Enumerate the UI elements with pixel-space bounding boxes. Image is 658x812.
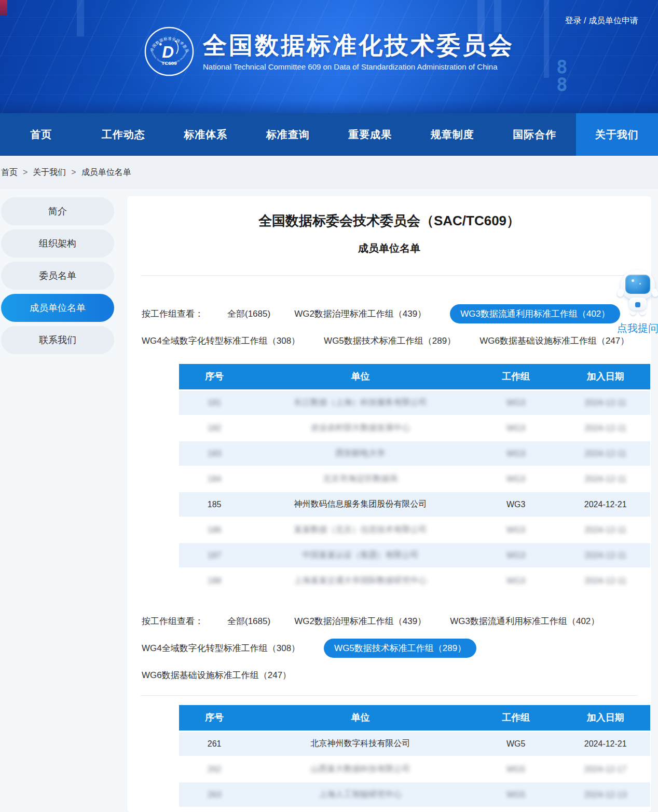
filter-item[interactable]: WG3数据流通利用标准工作组（402） <box>450 304 620 323</box>
filter-label: 按工作组查看： <box>142 308 203 320</box>
nav-item[interactable]: 标准查询 <box>247 113 330 156</box>
table-row: 185神州数码信息服务集团股份有限公司WG32024-12-21 <box>179 492 650 517</box>
cell-seq: 188 <box>179 568 250 593</box>
filter-item[interactable]: WG6数据基础设施标准工作组（247） <box>142 666 291 685</box>
svg-text:TC609: TC609 <box>161 60 177 66</box>
cell-date: 2024-12-11 <box>560 390 650 415</box>
cell-unit: 上海人工智能研究中心 <box>250 782 471 807</box>
cell-group: WG3 <box>471 441 561 466</box>
cell-date: 2024-12-21 <box>560 492 650 517</box>
robot-body <box>629 297 647 310</box>
sidebar-item[interactable]: 成员单位名单 <box>1 294 114 322</box>
column-header: 工作组 <box>471 364 561 390</box>
cell-seq: 183 <box>179 441 250 466</box>
table-row: 188上海某某交通大学国际数据研究中心WG32024-12-11 <box>179 568 650 593</box>
divider <box>141 695 638 696</box>
cell-unit: 长江数据（上海）科技服务有限公司 <box>250 390 471 415</box>
cell-unit: 山西某大数据科技有限公司 <box>250 756 471 782</box>
cell-date: 2024-12-21 <box>560 731 650 756</box>
column-header: 加入日期 <box>560 364 650 390</box>
divider <box>141 275 638 276</box>
cell-seq: 261 <box>179 731 250 756</box>
cell-unit: 北京某数据智能科技有限公司 <box>250 807 471 812</box>
cell-date: 2024-12-11 <box>560 466 650 492</box>
robot-legs <box>630 311 646 315</box>
cell-seq: 262 <box>179 756 250 782</box>
sidebar-item[interactable]: 联系我们 <box>1 326 114 354</box>
cell-date: 2024-12-11 <box>560 415 650 441</box>
cell-group: WG5 <box>471 756 561 782</box>
filter-section: 按工作组查看：全部(1685)WG2数据治理标准工作组（439）WG3数据流通利… <box>142 612 640 685</box>
nav-item[interactable]: 重要成果 <box>329 113 412 156</box>
filter-label: 按工作组查看： <box>142 615 203 627</box>
cell-date: 2024-12-11 <box>560 568 650 593</box>
site-title: 全国数据标准化技术委员会 <box>203 32 514 59</box>
breadcrumb-item[interactable]: 关于我们 <box>33 167 66 178</box>
nav-item[interactable]: 首页 <box>0 113 83 156</box>
filter-item[interactable]: WG6数据基础设施标准工作组（247） <box>479 331 629 350</box>
cell-group: WG5 <box>471 731 561 756</box>
cell-seq: 181 <box>179 390 250 415</box>
svg-text:D: D <box>162 43 174 61</box>
table-row: 183西安邮电大学WG32024-12-11 <box>179 441 650 466</box>
column-header: 单位 <box>250 705 471 731</box>
cell-group: WG5 <box>471 782 561 807</box>
cell-unit: 某某数据（北京）信息技术有限公司 <box>250 517 471 543</box>
cell-group: WG3 <box>471 543 561 568</box>
cell-date: 2024-12-13 <box>560 807 650 812</box>
cell-date: 2024-12-13 <box>560 782 650 807</box>
nav-item[interactable]: 工作动态 <box>83 113 165 156</box>
breadcrumb-item[interactable]: 首页 <box>1 167 18 178</box>
nav-item[interactable]: 标准体系 <box>164 113 247 156</box>
sidebar-item[interactable]: 委员名单 <box>1 262 114 290</box>
sidebar-item[interactable]: 简介 <box>1 197 114 225</box>
banner-deco-digit: 8 <box>556 74 568 95</box>
cell-group: WG3 <box>471 415 561 441</box>
nav-item[interactable]: 规章制度 <box>412 113 494 156</box>
member-table: 序号单位工作组加入日期181长江数据（上海）科技服务有限公司WG32024-12… <box>179 364 650 594</box>
cell-seq: 185 <box>179 492 250 517</box>
cell-seq: 264 <box>179 807 250 812</box>
filter-item[interactable]: 全部(1685) <box>227 612 270 631</box>
filter-item[interactable]: 全部(1685) <box>227 304 270 323</box>
cell-group: WG3 <box>471 492 561 517</box>
cell-date: 2024-12-11 <box>560 543 650 568</box>
cell-seq: 182 <box>179 415 250 441</box>
cell-group: WG3 <box>471 466 561 492</box>
nav-item[interactable]: 国际合作 <box>494 113 576 156</box>
filter-item[interactable]: WG5数据技术标准工作组（289） <box>324 639 476 658</box>
table-row: 181长江数据（上海）科技服务有限公司WG32024-12-11 <box>179 390 650 415</box>
sidebar-item[interactable]: 组织架构 <box>1 229 114 258</box>
cell-group: WG3 <box>471 390 561 415</box>
cell-date: 2024-12-17 <box>560 756 650 782</box>
site-title-en: National Technical Committee 609 on Data… <box>203 62 514 71</box>
brand: 全国数据标准化技术委员会 NATIONAL TECHNICAL COMMITTE… <box>144 26 514 77</box>
column-header: 单位 <box>250 364 471 390</box>
filter-item[interactable]: WG2数据治理标准工作组（439） <box>294 304 426 323</box>
banner-deco-bar <box>77 0 84 36</box>
table-row: 263上海人工智能研究中心WG52024-12-13 <box>179 782 650 807</box>
breadcrumb-separator: > <box>23 168 28 177</box>
nav-item[interactable]: 关于我们 <box>576 113 658 156</box>
breadcrumb: 首页>关于我们>成员单位名单 <box>0 156 658 189</box>
breadcrumb-separator: > <box>71 168 76 177</box>
content-card: 全国数据标委会技术委员会（SAC/TC609） 成员单位名单 按工作组查看：全部… <box>127 196 651 812</box>
cell-unit: 中国某某认证（集团）有限公司 <box>250 543 471 568</box>
filter-item[interactable]: WG5数据技术标准工作组（289） <box>324 331 456 350</box>
filter-item[interactable]: WG2数据治理标准工作组（439） <box>294 612 426 631</box>
tc609-logo-icon: 全国数据标准化技术委员会 NATIONAL TECHNICAL COMMITTE… <box>144 26 195 77</box>
login-apply-link[interactable]: 登录 / 成员单位申请 <box>565 16 638 26</box>
header-banner: 8 8 登录 / 成员单位申请 全国数据标准化技术委员会 NATIONAL TE… <box>0 0 658 113</box>
cell-group: WG3 <box>471 568 561 593</box>
cell-group: WG3 <box>471 517 561 543</box>
breadcrumb-item[interactable]: 成员单位名单 <box>81 167 131 178</box>
banner-corner-decoration <box>0 0 7 16</box>
cell-seq: 187 <box>179 543 250 568</box>
filter-item[interactable]: WG4全域数字化转型标准工作组（308） <box>142 639 300 658</box>
cell-seq: 186 <box>179 517 250 543</box>
filter-item[interactable]: WG3数据流通利用标准工作组（402） <box>450 612 599 631</box>
filter-item[interactable]: WG4全域数字化转型标准工作组（308） <box>142 331 300 350</box>
cell-group: WG5 <box>471 807 561 812</box>
chat-assistant-widget[interactable]: 点我提问 <box>614 270 658 335</box>
ask-me-label[interactable]: 点我提问 <box>614 321 658 335</box>
